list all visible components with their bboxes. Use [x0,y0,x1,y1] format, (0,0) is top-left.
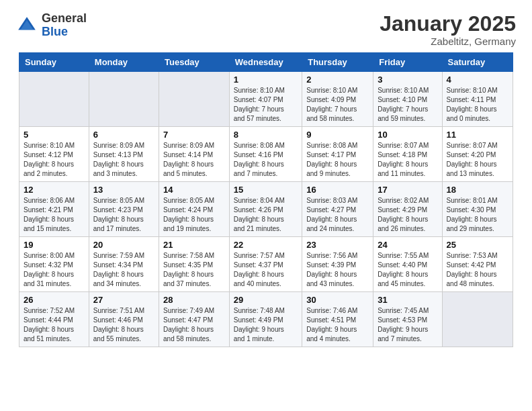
calendar-day-cell: 6Sunrise: 8:09 AM Sunset: 4:13 PM Daylig… [89,127,159,182]
calendar-day-cell: 8Sunrise: 8:08 AM Sunset: 4:16 PM Daylig… [229,127,302,182]
day-number: 26 [24,295,85,305]
calendar-day-cell: 19Sunrise: 8:00 AM Sunset: 4:32 PM Dayli… [19,237,89,292]
col-friday: Friday [373,53,442,72]
day-info: Sunrise: 8:10 AM Sunset: 4:09 PM Dayligh… [306,86,369,124]
calendar-day-cell: 25Sunrise: 7:53 AM Sunset: 4:42 PM Dayli… [442,237,513,292]
day-number: 8 [234,130,298,140]
calendar-day-cell: 17Sunrise: 8:02 AM Sunset: 4:29 PM Dayli… [373,182,442,237]
calendar-day-cell: 27Sunrise: 7:51 AM Sunset: 4:46 PM Dayli… [89,292,159,347]
col-saturday: Saturday [442,53,513,72]
logo-general: General [42,12,87,26]
logo-blue: Blue [42,26,87,39]
day-number: 21 [163,240,225,250]
day-info: Sunrise: 8:09 AM Sunset: 4:14 PM Dayligh… [163,141,225,179]
calendar-day-cell: 21Sunrise: 7:58 AM Sunset: 4:35 PM Dayli… [159,237,230,292]
day-number: 22 [234,240,298,250]
day-info: Sunrise: 8:05 AM Sunset: 4:24 PM Dayligh… [163,196,225,234]
day-info: Sunrise: 7:57 AM Sunset: 4:37 PM Dayligh… [234,251,298,289]
col-wednesday: Wednesday [229,53,302,72]
calendar-day-cell: 16Sunrise: 8:03 AM Sunset: 4:27 PM Dayli… [302,182,373,237]
day-number: 30 [306,295,369,305]
calendar-day-cell: 24Sunrise: 7:55 AM Sunset: 4:40 PM Dayli… [373,237,442,292]
day-info: Sunrise: 7:51 AM Sunset: 4:46 PM Dayligh… [93,306,154,344]
day-number: 13 [93,185,154,195]
calendar-day-cell: 1Sunrise: 8:10 AM Sunset: 4:07 PM Daylig… [229,72,302,127]
logo-text: General Blue [42,12,87,39]
calendar-day-cell [19,72,89,127]
day-number: 10 [378,130,437,140]
logo: General Blue [16,12,87,39]
day-number: 3 [378,75,437,85]
page: General Blue January 2025 Zabeltitz, Ger… [0,0,532,411]
day-number: 4 [447,75,508,85]
header: General Blue January 2025 Zabeltitz, Ger… [0,0,532,52]
day-number: 16 [306,185,369,195]
calendar-day-cell [89,72,159,127]
day-info: Sunrise: 8:05 AM Sunset: 4:23 PM Dayligh… [93,196,154,234]
day-info: Sunrise: 8:01 AM Sunset: 4:30 PM Dayligh… [447,196,508,234]
day-number: 20 [93,240,154,250]
calendar-week-row: 12Sunrise: 8:06 AM Sunset: 4:21 PM Dayli… [19,182,513,237]
day-number: 25 [447,240,508,250]
calendar-day-cell: 22Sunrise: 7:57 AM Sunset: 4:37 PM Dayli… [229,237,302,292]
day-number: 5 [24,130,85,140]
day-info: Sunrise: 8:03 AM Sunset: 4:27 PM Dayligh… [306,196,369,234]
calendar-header: Sunday Monday Tuesday Wednesday Thursday… [19,53,513,72]
day-info: Sunrise: 7:53 AM Sunset: 4:42 PM Dayligh… [447,251,508,289]
day-info: Sunrise: 8:04 AM Sunset: 4:26 PM Dayligh… [234,196,298,234]
day-number: 19 [24,240,85,250]
calendar-week-row: 1Sunrise: 8:10 AM Sunset: 4:07 PM Daylig… [19,72,513,127]
day-info: Sunrise: 7:46 AM Sunset: 4:51 PM Dayligh… [306,306,369,344]
day-number: 18 [447,185,508,195]
day-number: 7 [163,130,225,140]
calendar-day-cell: 2Sunrise: 8:10 AM Sunset: 4:09 PM Daylig… [302,72,373,127]
day-number: 31 [378,295,437,305]
day-number: 1 [234,75,298,85]
day-info: Sunrise: 8:10 AM Sunset: 4:07 PM Dayligh… [234,86,298,124]
day-info: Sunrise: 8:06 AM Sunset: 4:21 PM Dayligh… [24,196,85,234]
day-number: 29 [234,295,298,305]
calendar-day-cell: 23Sunrise: 7:56 AM Sunset: 4:39 PM Dayli… [302,237,373,292]
col-thursday: Thursday [302,53,373,72]
calendar-day-cell: 18Sunrise: 8:01 AM Sunset: 4:30 PM Dayli… [442,182,513,237]
calendar-week-row: 19Sunrise: 8:00 AM Sunset: 4:32 PM Dayli… [19,237,513,292]
location: Zabeltitz, Germany [380,36,516,47]
calendar-day-cell [442,292,513,347]
day-info: Sunrise: 7:49 AM Sunset: 4:47 PM Dayligh… [163,306,225,344]
calendar-day-cell: 11Sunrise: 8:07 AM Sunset: 4:20 PM Dayli… [442,127,513,182]
day-number: 6 [93,130,154,140]
calendar-day-cell: 30Sunrise: 7:46 AM Sunset: 4:51 PM Dayli… [302,292,373,347]
calendar-day-cell: 5Sunrise: 8:10 AM Sunset: 4:12 PM Daylig… [19,127,89,182]
calendar-week-row: 26Sunrise: 7:52 AM Sunset: 4:44 PM Dayli… [19,292,513,347]
day-info: Sunrise: 8:10 AM Sunset: 4:11 PM Dayligh… [447,86,508,124]
logo-icon [16,15,38,36]
calendar-day-cell: 29Sunrise: 7:48 AM Sunset: 4:49 PM Dayli… [229,292,302,347]
col-monday: Monday [89,53,159,72]
calendar-day-cell: 14Sunrise: 8:05 AM Sunset: 4:24 PM Dayli… [159,182,230,237]
col-tuesday: Tuesday [159,53,230,72]
day-info: Sunrise: 7:55 AM Sunset: 4:40 PM Dayligh… [378,251,437,289]
calendar-wrapper: Sunday Monday Tuesday Wednesday Thursday… [0,52,532,347]
month-title: January 2025 [380,12,516,36]
calendar-day-cell: 10Sunrise: 8:07 AM Sunset: 4:18 PM Dayli… [373,127,442,182]
day-info: Sunrise: 8:00 AM Sunset: 4:32 PM Dayligh… [24,251,85,289]
title-block: January 2025 Zabeltitz, Germany [380,12,516,47]
day-info: Sunrise: 8:09 AM Sunset: 4:13 PM Dayligh… [93,141,154,179]
calendar-day-cell: 4Sunrise: 8:10 AM Sunset: 4:11 PM Daylig… [442,72,513,127]
calendar-day-cell: 3Sunrise: 8:10 AM Sunset: 4:10 PM Daylig… [373,72,442,127]
calendar-day-cell [159,72,230,127]
day-info: Sunrise: 8:08 AM Sunset: 4:16 PM Dayligh… [234,141,298,179]
day-number: 28 [163,295,225,305]
day-number: 23 [306,240,369,250]
calendar-day-cell: 7Sunrise: 8:09 AM Sunset: 4:14 PM Daylig… [159,127,230,182]
calendar-day-cell: 13Sunrise: 8:05 AM Sunset: 4:23 PM Dayli… [89,182,159,237]
day-number: 2 [306,75,369,85]
day-info: Sunrise: 7:56 AM Sunset: 4:39 PM Dayligh… [306,251,369,289]
day-info: Sunrise: 8:02 AM Sunset: 4:29 PM Dayligh… [378,196,437,234]
calendar-day-cell: 12Sunrise: 8:06 AM Sunset: 4:21 PM Dayli… [19,182,89,237]
calendar-week-row: 5Sunrise: 8:10 AM Sunset: 4:12 PM Daylig… [19,127,513,182]
day-number: 11 [447,130,508,140]
calendar-day-cell: 20Sunrise: 7:59 AM Sunset: 4:34 PM Dayli… [89,237,159,292]
day-info: Sunrise: 8:10 AM Sunset: 4:12 PM Dayligh… [24,141,85,179]
day-info: Sunrise: 8:10 AM Sunset: 4:10 PM Dayligh… [378,86,437,124]
